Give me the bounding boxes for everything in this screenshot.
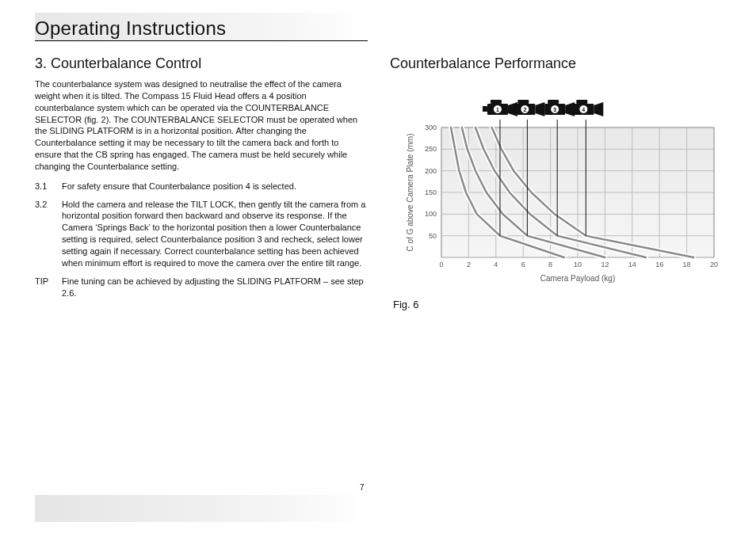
svg-text:1: 1 bbox=[496, 107, 499, 112]
step-item: 3.2Hold the camera and release the TILT … bbox=[35, 199, 368, 269]
svg-text:150: 150 bbox=[425, 188, 437, 196]
svg-text:3: 3 bbox=[553, 107, 556, 112]
svg-rect-41 bbox=[483, 106, 487, 112]
step-item: TIPFine tuning can be achieved by adjust… bbox=[35, 276, 368, 299]
svg-text:2: 2 bbox=[523, 107, 526, 112]
right-column: Counterbalance Performance 0246810121416… bbox=[390, 55, 731, 310]
svg-text:2: 2 bbox=[467, 261, 471, 268]
svg-text:50: 50 bbox=[429, 232, 437, 240]
svg-text:4: 4 bbox=[582, 107, 585, 112]
svg-text:C of G above Camera Plate (mm): C of G above Camera Plate (mm) bbox=[406, 134, 414, 252]
svg-rect-59 bbox=[568, 106, 573, 112]
section-heading-counterbalance-performance: Counterbalance Performance bbox=[390, 55, 731, 72]
svg-text:16: 16 bbox=[655, 261, 663, 268]
left-column: 3. Counterbalance Control The counterbal… bbox=[35, 55, 368, 310]
steps-list: 3.1For safety ensure that Counterbalance… bbox=[35, 181, 368, 299]
header-band: Operating Instructions bbox=[35, 13, 368, 41]
svg-text:14: 14 bbox=[628, 261, 636, 268]
svg-text:250: 250 bbox=[425, 145, 437, 153]
page-title: Operating Instructions bbox=[35, 17, 368, 41]
step-item: 3.1For safety ensure that Counterbalance… bbox=[35, 181, 368, 192]
svg-text:200: 200 bbox=[425, 167, 437, 175]
step-text: Hold the camera and release the TILT LOC… bbox=[62, 199, 368, 269]
svg-text:0: 0 bbox=[439, 261, 443, 268]
counterbalance-chart: 0246810121416182050100150200250300Camera… bbox=[402, 94, 719, 284]
svg-text:10: 10 bbox=[574, 261, 582, 268]
svg-rect-53 bbox=[540, 106, 544, 112]
svg-rect-40 bbox=[491, 100, 502, 104]
step-number: 3.1 bbox=[35, 181, 62, 192]
svg-text:12: 12 bbox=[601, 261, 609, 268]
page: Operating Instructions 3. Counterbalance… bbox=[0, 0, 756, 533]
section-heading-counterbalance-control: 3. Counterbalance Control bbox=[35, 55, 368, 72]
step-text: Fine tuning can be achieved by adjusting… bbox=[62, 276, 368, 299]
step-number: TIP bbox=[35, 276, 62, 299]
svg-text:100: 100 bbox=[425, 210, 437, 218]
svg-text:18: 18 bbox=[683, 261, 691, 268]
svg-text:4: 4 bbox=[494, 261, 498, 268]
chart-container: 0246810121416182050100150200250300Camera… bbox=[390, 94, 731, 284]
svg-rect-58 bbox=[576, 100, 587, 104]
svg-text:Camera Payload (kg): Camera Payload (kg) bbox=[540, 274, 615, 283]
camera-icon: 4 bbox=[568, 100, 603, 116]
svg-text:20: 20 bbox=[710, 261, 718, 268]
page-number: 7 bbox=[360, 483, 365, 492]
step-text: For safety ensure that Counterbalance po… bbox=[62, 181, 368, 192]
footer-band bbox=[35, 495, 368, 522]
columns: 3. Counterbalance Control The counterbal… bbox=[35, 55, 734, 310]
figure-caption: Fig. 6 bbox=[393, 299, 731, 310]
svg-rect-47 bbox=[510, 106, 514, 112]
svg-rect-46 bbox=[517, 100, 529, 104]
svg-text:6: 6 bbox=[521, 261, 525, 268]
camera-icon: 2 bbox=[510, 100, 544, 116]
intro-paragraph: The counterbalance system was designed t… bbox=[35, 78, 368, 173]
step-number: 3.2 bbox=[35, 199, 62, 269]
svg-rect-52 bbox=[548, 100, 559, 104]
svg-text:300: 300 bbox=[425, 124, 437, 131]
svg-text:8: 8 bbox=[548, 261, 552, 268]
